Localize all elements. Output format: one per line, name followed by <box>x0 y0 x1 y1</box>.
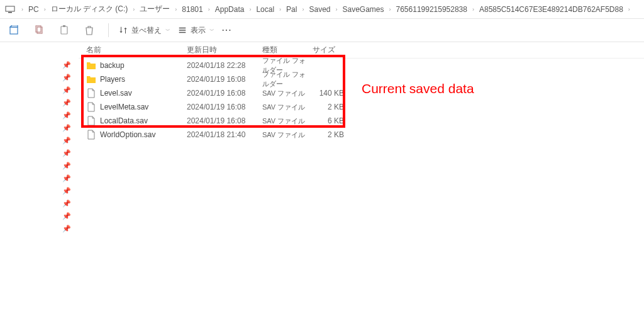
file-row[interactable]: LevelMeta.sav2024/01/19 16:08SAV ファイル2 K… <box>79 100 644 114</box>
breadcrumb-item[interactable]: 76561199215952838 <box>395 5 469 14</box>
folder-icon <box>86 74 96 84</box>
separator <box>108 23 109 37</box>
breadcrumb-item[interactable]: A8585C514C67E3E489214DB762AF5D88 <box>478 5 625 14</box>
quick-access-row[interactable]: 📌 <box>0 71 79 84</box>
svg-rect-0 <box>6 6 14 11</box>
view-button[interactable]: 表示 ﹀ <box>178 25 214 36</box>
svg-rect-6 <box>63 25 65 27</box>
quick-access-row[interactable]: 📌 <box>0 222 79 235</box>
file-size: 2 KB <box>313 130 344 139</box>
delete-icon[interactable] <box>80 21 98 39</box>
file-name: backup <box>100 61 187 70</box>
paste-icon[interactable] <box>55 21 73 39</box>
chevron-down-icon: ﹀ <box>165 27 170 34</box>
breadcrumb-item[interactable]: ローカル ディスク (C:) <box>50 4 130 14</box>
quick-access-row[interactable] <box>0 46 79 59</box>
chevron-icon: › <box>247 6 253 13</box>
main-area: 📌 📌 📌 📌 📌 📌 📌 📌 📌 📌 📌 📌 📌 📌 名前 更新日時 種類 サ… <box>0 42 644 239</box>
file-date: 2024/01/19 16:08 <box>187 116 262 125</box>
new-icon[interactable] <box>5 21 23 39</box>
toolbar: 並べ替え ﹀ 表示 ﹀ ··· <box>0 19 644 42</box>
file-icon <box>86 116 96 126</box>
breadcrumb-item[interactable]: Local <box>255 5 275 14</box>
quick-access-row[interactable]: 📌 <box>0 121 79 134</box>
sort-icon <box>119 26 128 35</box>
chevron-icon: › <box>333 6 340 13</box>
breadcrumb-item[interactable]: AppData <box>214 5 246 14</box>
col-name[interactable]: 名前 <box>86 45 187 55</box>
quick-access-row[interactable]: 📌 <box>0 159 79 172</box>
chevron-icon: › <box>277 6 284 13</box>
file-name: WorldOption.sav <box>100 130 187 139</box>
file-type: SAV ファイル <box>262 89 313 98</box>
breadcrumb-item[interactable]: PC <box>27 5 40 14</box>
quick-access-row[interactable]: 📌 <box>0 109 79 121</box>
file-size: 2 KB <box>313 103 344 111</box>
sidebar: 📌 📌 📌 📌 📌 📌 📌 📌 📌 📌 📌 📌 📌 📌 <box>0 42 79 239</box>
breadcrumb-item[interactable]: SaveGames <box>341 5 385 14</box>
breadcrumb-item[interactable]: Pal <box>285 5 298 14</box>
quick-access-row[interactable]: 📌 <box>0 84 79 96</box>
file-type: SAV ファイル <box>262 103 313 112</box>
pin-icon: 📌 <box>62 212 71 220</box>
file-name: Players <box>100 75 187 84</box>
pin-icon: 📌 <box>62 137 71 145</box>
svg-rect-2 <box>10 27 18 34</box>
quick-access-row[interactable]: 📌 <box>0 210 79 222</box>
chevron-icon: › <box>42 6 48 13</box>
pin-icon: 📌 <box>62 187 71 195</box>
annotation-label: Current saved data <box>362 81 474 96</box>
svg-rect-1 <box>8 12 12 13</box>
file-name: LocalData.sav <box>100 116 187 125</box>
pin-icon: 📌 <box>62 86 71 94</box>
view-label: 表示 <box>191 25 206 36</box>
view-icon <box>178 26 187 35</box>
chevron-icon: › <box>299 6 306 13</box>
file-list-pane: 名前 更新日時 種類 サイズ backup2024/01/18 22:28ファイ… <box>79 42 644 239</box>
svg-rect-5 <box>61 26 67 34</box>
column-headers: 名前 更新日時 種類 サイズ <box>79 42 644 59</box>
pin-icon: 📌 <box>62 61 71 69</box>
file-date: 2024/01/19 16:08 <box>187 89 262 98</box>
file-date: 2024/01/19 16:08 <box>187 103 262 111</box>
file-type: SAV ファイル <box>262 116 313 126</box>
chevron-icon: › <box>387 6 394 13</box>
chevron-icon: › <box>626 6 633 13</box>
file-date: 2024/01/18 22:28 <box>187 61 262 70</box>
copy-icon[interactable] <box>30 21 48 39</box>
col-type[interactable]: 種類 <box>262 45 313 55</box>
chevron-icon: › <box>470 6 477 13</box>
pin-icon: 📌 <box>62 74 71 82</box>
sort-label: 並べ替え <box>131 25 162 36</box>
quick-access-row[interactable]: 📌 <box>0 147 79 159</box>
file-row[interactable]: WorldOption.sav2024/01/18 21:40SAV ファイル2… <box>79 128 644 142</box>
quick-access-row[interactable]: 📌 <box>0 59 79 71</box>
quick-access-row[interactable]: 📌 <box>0 197 79 210</box>
pin-icon: 📌 <box>62 200 71 208</box>
quick-access-row[interactable]: 📌 <box>0 134 79 147</box>
quick-access-row[interactable]: 📌 <box>0 96 79 109</box>
more-button[interactable]: ··· <box>222 26 232 35</box>
file-size: 140 KB <box>313 89 344 98</box>
chevron-icon: › <box>19 6 26 13</box>
file-row[interactable]: LocalData.sav2024/01/19 16:08SAV ファイル6 K… <box>79 114 644 128</box>
pc-icon <box>5 6 15 13</box>
file-rows: backup2024/01/18 22:28ファイル フォルダーPlayers2… <box>79 59 644 142</box>
breadcrumb-item[interactable]: Saved <box>308 5 331 14</box>
file-name: LevelMeta.sav <box>100 103 187 111</box>
quick-access-row[interactable]: 📌 <box>0 184 79 197</box>
col-size[interactable]: サイズ <box>313 45 344 55</box>
file-icon <box>86 130 96 140</box>
file-icon <box>86 88 96 98</box>
file-row[interactable]: backup2024/01/18 22:28ファイル フォルダー <box>79 59 644 72</box>
file-name: Level.sav <box>100 89 187 98</box>
breadcrumb-item[interactable]: 81801 <box>180 5 204 14</box>
file-date: 2024/01/18 21:40 <box>187 130 262 139</box>
col-date[interactable]: 更新日時 <box>187 45 262 55</box>
folder-icon <box>86 60 96 70</box>
pin-icon: 📌 <box>62 162 71 170</box>
quick-access-row[interactable]: 📌 <box>0 172 79 184</box>
breadcrumb-item[interactable]: ユーザー <box>138 4 171 14</box>
pin-icon: 📌 <box>62 225 71 233</box>
sort-button[interactable]: 並べ替え ﹀ <box>119 25 170 36</box>
